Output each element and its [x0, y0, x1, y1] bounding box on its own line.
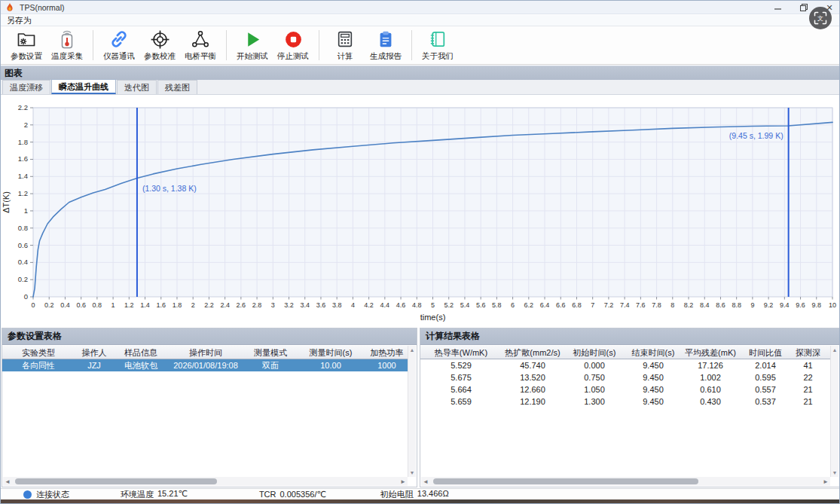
svg-text:8.8: 8.8 [732, 301, 741, 309]
parameter-table-header: 参数设置表格 [2, 328, 417, 345]
menu-save-as[interactable]: 另存为 [7, 15, 32, 26]
svg-text:7.4: 7.4 [620, 301, 630, 309]
tab-transient-rise-curve[interactable]: 瞬态温升曲线 [51, 79, 116, 94]
minimize-button[interactable] [771, 2, 785, 14]
result-table-hscrollbar[interactable]: ◄ ► [421, 477, 830, 486]
x-axis-ticks: 00.20.40.60.811.21.41.61.822.22.42.62.83… [31, 297, 836, 309]
table-row[interactable]: 5.67513.5200.7509.4501.0020.59522 [420, 371, 830, 383]
svg-text:5: 5 [431, 301, 435, 309]
stop-test-button[interactable]: 停止测试 [273, 29, 313, 62]
parameter-table: 实验类型操作人样品信息操作时间测量模式测量时间(s)加热功率各向同性JZJ电池软… [2, 346, 408, 477]
toolbar-button-label: 仪器通讯 [103, 51, 135, 62]
column-header[interactable]: 探测深 [791, 346, 825, 359]
scroll-right-arrow-icon[interactable]: ► [399, 478, 408, 485]
scroll-left-arrow-icon[interactable]: ◄ [421, 478, 430, 485]
column-header[interactable]: 平均残差(mK) [681, 346, 740, 359]
parameter-calibration-button[interactable]: 参数校准 [140, 29, 179, 62]
bridge-balance-button[interactable]: 电桥平衡 [181, 29, 220, 62]
svg-text:1.2: 1.2 [18, 189, 28, 197]
table-cell: JZJ [75, 359, 114, 371]
titlebar: TPS(normal) ✕ [1, 1, 839, 14]
report-icon [377, 29, 395, 50]
table-row[interactable]: 5.65912.1901.3009.4500.4300.53721 [420, 396, 830, 408]
table-cell: 1.300 [564, 396, 625, 408]
folder-gear-icon [17, 29, 36, 50]
svg-text:8.2: 8.2 [684, 301, 694, 309]
column-header[interactable]: 操作时间 [168, 346, 243, 359]
toolbar-button-label: 参数设置 [11, 51, 42, 62]
scroll-right-arrow-icon[interactable]: ► [821, 478, 830, 485]
scrollbar-track[interactable] [12, 478, 399, 485]
column-header[interactable]: 测量模式 [243, 346, 298, 359]
stop-icon [284, 29, 303, 50]
toolbar-button-label: 参数校准 [144, 51, 176, 62]
column-header[interactable]: 测量时间(s) [298, 346, 364, 359]
table-row[interactable]: 各向同性JZJ电池软包2026/01/08/19:08双面10.001000 [2, 359, 408, 371]
svg-text:6.8: 6.8 [572, 301, 582, 309]
svg-text:7: 7 [591, 301, 594, 309]
toolbar-button-label: 计算 [338, 51, 353, 62]
scroll-left-arrow-icon[interactable]: ◄ [3, 478, 12, 485]
column-header[interactable]: 热导率(W/mK) [420, 346, 502, 359]
table-cell: 45.740 [502, 359, 564, 371]
svg-text:3.4: 3.4 [300, 301, 310, 309]
svg-text:0.2: 0.2 [44, 301, 54, 309]
column-header[interactable]: 时间比值 [740, 346, 791, 359]
column-header[interactable]: 结束时间(s) [625, 346, 681, 359]
table-cell: 9.450 [625, 371, 681, 383]
svg-text:9.8: 9.8 [812, 301, 822, 309]
svg-text:9.2: 9.2 [764, 301, 774, 309]
result-table-vscrollbar[interactable]: ▲▼ [830, 346, 838, 477]
about-us-button[interactable]: 关于我们 [418, 29, 457, 62]
table-cell: 5.675 [420, 371, 502, 383]
column-header[interactable]: 实验类型 [2, 346, 75, 359]
toolbar-button-label: 温度采集 [51, 51, 83, 62]
status-bar: 连接状态 环境温度 15.21℃ TCR 0.005356/℃ 初始电阻 13.… [1, 488, 839, 500]
tab-temperature-drift[interactable]: 温度漂移 [2, 80, 50, 94]
transient-temperature-chart[interactable]: 00.20.40.60.811.21.41.61.822.22.42.62.83… [1, 95, 840, 327]
scrollbar-thumb[interactable] [433, 478, 698, 484]
svg-text:4.4: 4.4 [380, 301, 390, 309]
instrument-communication-button[interactable]: 仪器通讯 [99, 29, 139, 62]
column-header[interactable]: 初始时间(s) [564, 346, 625, 359]
svg-text:6.4: 6.4 [540, 301, 550, 309]
calculate-button[interactable]: 计算 [325, 29, 365, 62]
toolbar-button-label: 关于我们 [422, 51, 454, 62]
scrollbar-thumb[interactable] [15, 478, 217, 484]
parameter-table-hscrollbar[interactable]: ◄ ► [3, 477, 408, 486]
svg-text:10: 10 [829, 301, 836, 309]
column-header[interactable]: 样品信息 [114, 346, 168, 359]
table-cell: 0.595 [740, 371, 791, 383]
toolbar-button-label: 开始测试 [237, 51, 268, 62]
svg-text:1.2: 1.2 [124, 301, 134, 309]
parameter-table-vscrollbar[interactable]: ▲▼ [408, 346, 416, 477]
tab-iteration-plot[interactable]: 迭代图 [117, 80, 157, 94]
svg-text:0.6: 0.6 [18, 241, 28, 249]
chart-section-title: 图表 [5, 67, 23, 80]
screenshot-translate-button[interactable]: 文 [809, 7, 832, 29]
maximize-restore-button[interactable] [797, 2, 811, 14]
toolbar-separator [93, 30, 93, 60]
connection-indicator-dot [23, 490, 32, 499]
svg-text:6: 6 [511, 301, 515, 309]
cursor-annotation: (9.45 s, 1.99 K) [729, 131, 783, 140]
column-header[interactable]: 热扩散(mm2/s) [502, 346, 564, 359]
svg-text:文: 文 [817, 15, 823, 22]
table-cell: 5.659 [420, 396, 502, 408]
column-header[interactable]: 加热功率 [364, 346, 408, 359]
scrollbar-track[interactable] [430, 478, 821, 485]
table-row[interactable]: 5.66412.6601.0509.4500.6100.55721 [420, 383, 830, 396]
table-cell: 2.014 [740, 359, 791, 371]
column-header[interactable]: 操作人 [75, 346, 114, 359]
svg-text:0.4: 0.4 [18, 258, 28, 266]
tab-residual-plot[interactable]: 残差图 [157, 80, 197, 94]
generate-report-button[interactable]: 生成报告 [366, 29, 405, 62]
initial-resistance-label: 初始电阻 [380, 489, 414, 500]
svg-text:9: 9 [750, 301, 754, 309]
ambient-temp-value: 15.21℃ [157, 489, 188, 500]
parameter-settings-button[interactable]: 参数设置 [7, 29, 46, 62]
start-test-button[interactable]: 开始测试 [233, 29, 272, 62]
temperature-acquisition-button[interactable]: 温度采集 [47, 29, 87, 62]
table-row[interactable]: 5.52945.7400.0009.45017.1262.01441 [420, 359, 830, 371]
app-logo-flame-icon [5, 2, 14, 12]
